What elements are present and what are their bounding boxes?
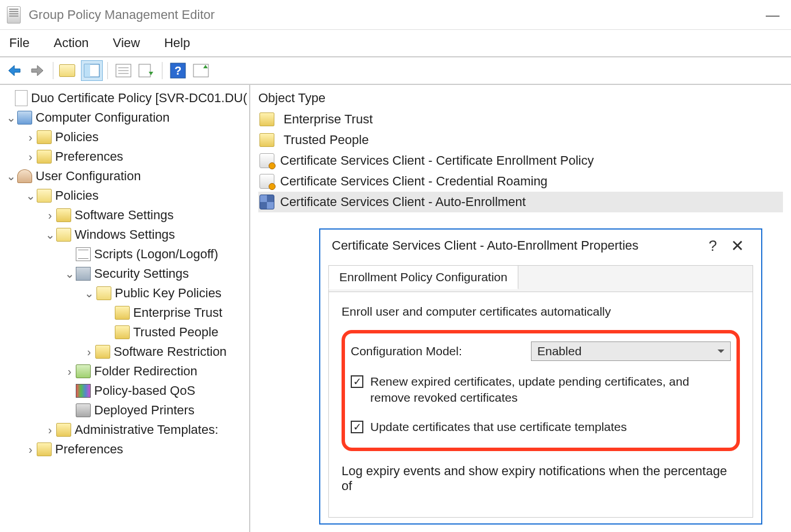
- label: Administrative Templates:: [75, 422, 218, 437]
- tree-pkp[interactable]: ⌄Public Key Policies: [3, 284, 249, 303]
- tree-cc-policies[interactable]: ›Policies: [3, 127, 249, 147]
- dialog-footer-text: Log expiry events and show expiry notifi…: [329, 464, 753, 494]
- renew-expired-checkbox[interactable]: ✓: [351, 375, 363, 388]
- certificate-icon: [259, 195, 274, 209]
- dialog-title: Certificate Services Client - Auto-Enrol…: [332, 238, 638, 253]
- label: Enterprise Trust: [284, 112, 373, 127]
- nav-forward-button[interactable]: [26, 60, 48, 81]
- list-item-selected[interactable]: Certificate Services Client - Auto-Enrol…: [258, 192, 783, 212]
- tree-software-settings[interactable]: ›Software Settings: [3, 205, 249, 225]
- minimize-button[interactable]: —: [761, 7, 784, 23]
- tree-uc-prefs[interactable]: ›Preferences: [3, 440, 249, 459]
- list-item[interactable]: Enterprise Trust: [258, 109, 783, 130]
- qos-icon: [76, 384, 91, 398]
- toolbar-separator: [107, 62, 108, 79]
- label: Enterprise Trust: [133, 305, 222, 320]
- tree-scripts[interactable]: ·Scripts (Logon/Logoff): [3, 244, 249, 264]
- show-hide-tree-button[interactable]: [81, 60, 103, 81]
- tree-trusted-people[interactable]: Trusted People: [3, 323, 249, 342]
- up-folder-button[interactable]: [58, 60, 80, 81]
- svg-rect-1: [84, 64, 90, 77]
- folder-icon: [37, 189, 52, 203]
- label: Preferences: [55, 149, 123, 164]
- folder-icon: [37, 442, 52, 456]
- tree-enterprise-trust[interactable]: Enterprise Trust: [3, 303, 249, 323]
- label: Policies: [55, 188, 99, 203]
- export-list-button[interactable]: [135, 60, 157, 81]
- tree-pane[interactable]: ▾Duo Certificate Policy [SVR-DC01.DU( ⌄C…: [0, 85, 250, 532]
- folder-redirect-icon: [76, 364, 91, 378]
- tree-user-config[interactable]: ⌄User Configuration: [3, 166, 249, 186]
- label: Trusted People: [133, 325, 218, 340]
- label: Policies: [55, 130, 99, 145]
- computer-icon: [17, 111, 32, 125]
- update-templates-checkbox[interactable]: ✓: [351, 421, 363, 433]
- menu-view[interactable]: View: [110, 33, 144, 53]
- folder-icon: [56, 423, 71, 437]
- help-button[interactable]: ?: [167, 60, 189, 81]
- menu-file[interactable]: File: [6, 33, 33, 53]
- list-item[interactable]: Certificate Services Client - Credential…: [258, 171, 783, 192]
- window-title: Group Policy Management Editor: [29, 7, 215, 22]
- folder-icon: [37, 150, 52, 164]
- tree-uc-policies[interactable]: ⌄Policies: [3, 186, 249, 205]
- label: Trusted People: [284, 133, 369, 147]
- app-icon: [7, 6, 21, 24]
- policy-icon: [15, 90, 28, 106]
- dropdown-value: Enabled: [537, 344, 581, 358]
- tree-root[interactable]: ▾Duo Certificate Policy [SVR-DC01.DU(: [3, 88, 249, 108]
- nav-back-button[interactable]: [3, 60, 25, 81]
- label: Windows Settings: [75, 227, 175, 242]
- folder-icon: [56, 208, 71, 222]
- folder-icon: [37, 130, 52, 144]
- dialog-close-button[interactable]: ✕: [725, 236, 750, 255]
- tree-cc-prefs[interactable]: ›Preferences: [3, 147, 249, 166]
- printer-icon: [76, 403, 91, 417]
- menubar: File Action View Help: [0, 30, 791, 57]
- label: Folder Redirection: [94, 364, 197, 379]
- toolbar-separator: [162, 62, 162, 79]
- config-model-dropdown[interactable]: Enabled: [531, 341, 731, 361]
- tab-enrollment-policy[interactable]: Enrollment Policy Configuration: [328, 265, 518, 289]
- label: Certificate Services Client - Auto-Enrol…: [280, 195, 526, 209]
- tree-policy-qos[interactable]: ·Policy-based QoS: [3, 381, 249, 401]
- dialog-body: Enrollment Policy Configuration Enroll u…: [328, 265, 753, 518]
- column-header-object-type[interactable]: Object Type: [258, 91, 783, 106]
- renew-expired-label: Renew expired certificates, update pendi…: [370, 374, 731, 406]
- properties-button[interactable]: [113, 60, 134, 81]
- script-icon: [76, 247, 91, 261]
- security-icon: [76, 267, 91, 281]
- tree-software-restriction[interactable]: ›Software Restriction: [3, 342, 249, 362]
- folder-icon: [95, 345, 110, 359]
- folder-icon: [259, 133, 274, 147]
- label: Certificate Services Client - Credential…: [280, 174, 548, 189]
- refresh-button[interactable]: [190, 60, 212, 81]
- label: Computer Configuration: [36, 110, 170, 125]
- folder-icon: [115, 325, 130, 339]
- label: Security Settings: [94, 266, 189, 281]
- label: Software Settings: [75, 208, 173, 223]
- menu-action[interactable]: Action: [50, 33, 92, 53]
- certificate-icon: [259, 153, 274, 168]
- label: User Configuration: [36, 169, 141, 184]
- tree-security-settings[interactable]: ⌄Security Settings: [3, 264, 249, 284]
- label: Preferences: [55, 442, 123, 457]
- tree-computer-config[interactable]: ⌄Computer Configuration: [3, 108, 249, 127]
- label: Software Restriction: [114, 344, 227, 359]
- svg-text:?: ?: [175, 64, 181, 77]
- user-icon: [17, 169, 32, 183]
- label: Policy-based QoS: [94, 383, 195, 398]
- config-model-label: Configuration Model:: [351, 344, 462, 358]
- menu-help[interactable]: Help: [161, 33, 193, 53]
- tree-deployed-printers[interactable]: ·Deployed Printers: [3, 401, 249, 420]
- tree-windows-settings[interactable]: ⌄Windows Settings: [3, 225, 249, 244]
- tree-folder-redirection[interactable]: ›Folder Redirection: [3, 362, 249, 381]
- certificate-icon: [259, 174, 274, 189]
- dialog-help-button[interactable]: ?: [701, 237, 725, 255]
- toolbar: ?: [0, 57, 791, 85]
- list-item[interactable]: Trusted People: [258, 130, 783, 150]
- window-titlebar: Group Policy Management Editor —: [0, 0, 791, 30]
- list-item[interactable]: Certificate Services Client - Certificat…: [258, 150, 783, 171]
- svg-rect-6: [139, 64, 150, 77]
- tree-admin-templates[interactable]: ›Administrative Templates:: [3, 420, 249, 440]
